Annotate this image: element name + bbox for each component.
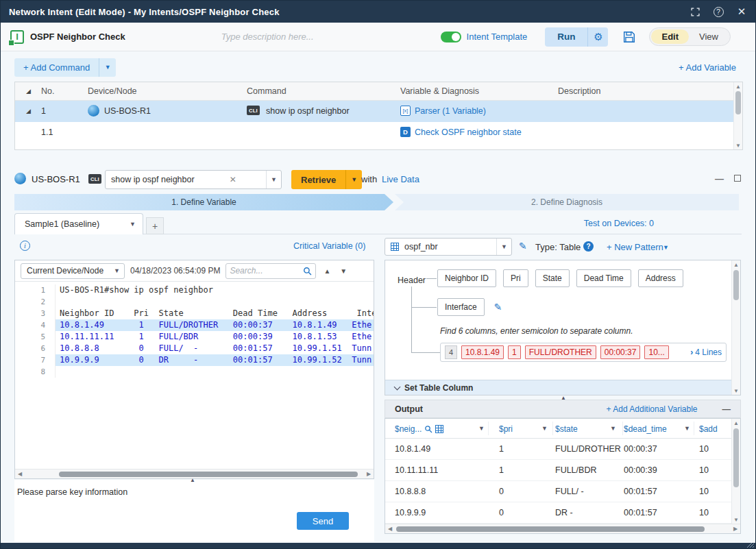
mode-edit-button[interactable]: Edit	[651, 29, 689, 44]
critical-variable-link[interactable]: Critical Variable (0)	[293, 241, 365, 251]
help-icon[interactable]: ?	[713, 6, 724, 17]
scroll-up-icon[interactable]: ▲	[732, 419, 740, 427]
close-icon[interactable]: ✕	[736, 6, 747, 17]
add-sample-tab-button[interactable]: +	[146, 217, 164, 234]
variable-selector[interactable]: ospf_nbr ▼	[385, 238, 512, 256]
send-button[interactable]: Send	[297, 512, 349, 530]
edit-variable-icon[interactable]: ✎	[519, 241, 527, 252]
chevron-down-icon[interactable]: ▼	[684, 426, 690, 432]
tab-sample1-baseline[interactable]: Sample1 (Baseline) ▼	[14, 213, 143, 234]
collapse-up-icon[interactable]: ▲	[182, 476, 203, 483]
scroll-right-icon[interactable]: ▶	[731, 524, 740, 533]
type-help-icon[interactable]: ?	[583, 241, 594, 252]
set-table-column-header[interactable]: Set Table Column	[385, 380, 740, 395]
matched-value[interactable]: FULL/DROTHER	[525, 345, 596, 359]
scroll-thumb[interactable]	[733, 270, 739, 300]
find-previous-icon[interactable]: ▲	[321, 267, 332, 275]
output-vertical-scrollbar[interactable]: ▲ ▼	[731, 419, 740, 524]
scroll-right-icon[interactable]: ▶	[364, 469, 374, 478]
info-icon[interactable]: i	[20, 241, 30, 251]
collapse-pane-icon[interactable]: —	[715, 173, 724, 184]
code-line[interactable]: 510.11.11.11 1 FULL/BDR 00:00:39 10.8.1.…	[15, 331, 374, 343]
matched-value[interactable]: 10...	[644, 345, 668, 359]
column-address[interactable]: $add	[699, 424, 718, 434]
command-table-scrollbar[interactable]: ▲ ▼	[733, 82, 742, 149]
column-state[interactable]: $state	[555, 424, 578, 434]
new-pattern-button[interactable]: + New Pattern	[607, 242, 663, 252]
command-row-1[interactable]: ◢ 1 US-BOS-R1 CLI show ip ospf neighbor …	[15, 101, 742, 122]
clear-icon[interactable]: ✕	[227, 175, 239, 184]
chevron-down-icon[interactable]: ▼	[130, 221, 136, 228]
code-line[interactable]: 610.8.8.8 0 FULL/ - 00:01:57 10.99.1.51 …	[15, 343, 374, 354]
pattern-column-chip[interactable]: Interface	[437, 298, 485, 316]
live-data-link[interactable]: Live Data	[382, 174, 419, 184]
column-dead-time[interactable]: $dead_time	[624, 424, 667, 434]
pattern-column-chip[interactable]: Dead Time	[576, 269, 631, 287]
code-line-matched[interactable]: 710.9.9.9 0 DR - 00:01:57 10.99.1.52 Tun…	[15, 354, 374, 366]
pattern-column-chip[interactable]: Neighbor ID	[437, 269, 496, 287]
device-node-selector[interactable]: Current Device/Node ▼	[21, 263, 125, 279]
description-input[interactable]	[221, 32, 406, 42]
find-next-icon[interactable]: ▼	[338, 267, 349, 275]
collapse-all-icon[interactable]: ◢	[26, 88, 31, 95]
run-settings-button[interactable]: ⚙	[587, 27, 608, 47]
code-line[interactable]: 1US-BOS-R1#show ip ospf neighbor	[15, 284, 374, 296]
table-edit-icon[interactable]	[435, 425, 443, 433]
intent-template-toggle[interactable]	[441, 32, 461, 42]
scroll-thumb[interactable]	[59, 472, 358, 477]
search-icon[interactable]	[424, 425, 432, 433]
scroll-down-icon[interactable]: ▼	[732, 515, 740, 524]
add-command-button[interactable]: + Add Command	[14, 58, 99, 77]
chevron-down-icon[interactable]: ▼	[478, 426, 485, 432]
run-button[interactable]: Run	[545, 27, 587, 47]
output-horizontal-scrollbar[interactable]: ◀ ▶	[385, 524, 740, 533]
collapse-output-icon[interactable]: —	[722, 404, 731, 414]
pattern-scrollbar[interactable]: ▲ ▼	[731, 260, 740, 395]
add-variable-link[interactable]: + Add Variable	[679, 62, 736, 73]
expand-pane-icon[interactable]	[734, 175, 741, 182]
expand-row-icon[interactable]: ◢	[26, 108, 31, 114]
scroll-left-icon[interactable]: ◀	[15, 469, 25, 478]
matched-value[interactable]: 1	[508, 345, 521, 359]
scroll-up-icon[interactable]: ▲	[734, 82, 742, 90]
scroll-thumb[interactable]	[735, 91, 741, 114]
search-input[interactable]	[230, 266, 303, 276]
pattern-column-chip[interactable]: State	[535, 269, 570, 287]
code-line-matched[interactable]: 410.8.1.49 1 FULL/DROTHER 00:00:37 10.8.…	[15, 319, 374, 331]
retrieve-dropdown[interactable]: ▼	[345, 170, 362, 189]
search-icon[interactable]	[303, 267, 312, 276]
command-row-1-1[interactable]: 1.1 D Check OSPF neighbor state	[15, 122, 742, 143]
scroll-thumb[interactable]	[396, 526, 705, 532]
chevron-down-icon[interactable]: ▼	[541, 426, 548, 432]
test-on-devices-link[interactable]: Test on Devices: 0	[584, 219, 654, 228]
column-neighbor[interactable]: $neig...	[395, 424, 443, 434]
code-line[interactable]: 2	[15, 296, 374, 308]
scroll-down-icon[interactable]: ▼	[734, 141, 742, 149]
resize-grip-icon[interactable]	[746, 543, 754, 548]
save-button[interactable]	[623, 31, 635, 43]
code-line[interactable]: 8	[15, 366, 374, 378]
variable-dropdown-button[interactable]: ▼	[496, 239, 511, 255]
step-define-variable[interactable]: 1. Define Variable	[14, 194, 393, 210]
command-dropdown-button[interactable]: ▼	[266, 171, 281, 188]
retrieve-button[interactable]: Retrieve	[291, 170, 345, 189]
more-lines-button[interactable]: › 4 Lines	[690, 347, 722, 357]
step-define-diagnosis[interactable]: 2. Define Diagnosis	[395, 194, 739, 210]
parser-link[interactable]: Parser (1 Variable)	[415, 106, 486, 116]
restore-window-icon[interactable]	[690, 6, 700, 17]
column-pri[interactable]: $pri	[499, 424, 513, 434]
matched-value[interactable]: 10.8.1.49	[461, 345, 504, 359]
mode-view-button[interactable]: View	[689, 29, 729, 44]
scroll-down-icon[interactable]: ▼	[732, 387, 740, 395]
pattern-column-chip[interactable]: Address	[638, 269, 683, 287]
diagnosis-link[interactable]: Check OSPF neighbor state	[415, 127, 522, 137]
scroll-thumb[interactable]	[733, 428, 739, 487]
command-combobox[interactable]: show ip ospf neighbor ✕ ▼	[105, 170, 282, 189]
matched-value[interactable]: 00:00:37	[600, 345, 641, 359]
add-command-dropdown[interactable]: ▼	[99, 58, 116, 77]
edit-columns-icon[interactable]: ✎	[494, 302, 502, 313]
pattern-column-chip[interactable]: Pri	[503, 269, 528, 287]
scroll-left-icon[interactable]: ◀	[385, 524, 395, 533]
scroll-up-icon[interactable]: ▲	[732, 260, 740, 269]
chevron-down-icon[interactable]: ▼	[663, 245, 669, 251]
